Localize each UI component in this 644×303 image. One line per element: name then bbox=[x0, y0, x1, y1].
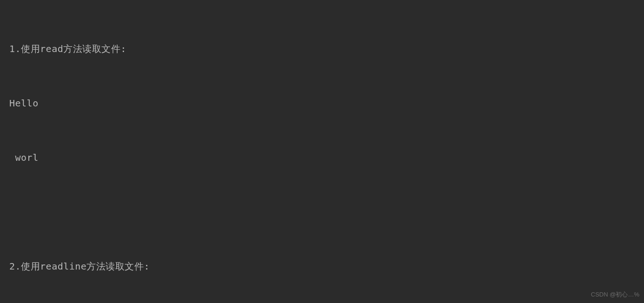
console-line: worl bbox=[9, 149, 635, 167]
console-line: 2.使用readline方法读取文件: bbox=[9, 257, 635, 276]
watermark-text: CSDN @初心…% bbox=[591, 289, 639, 300]
console-line: Hello bbox=[9, 94, 635, 112]
console-output: 1.使用read方法读取文件: Hello worl 2.使用readline方… bbox=[9, 4, 635, 303]
console-line: 1.使用read方法读取文件: bbox=[9, 40, 635, 58]
console-line bbox=[9, 203, 635, 221]
